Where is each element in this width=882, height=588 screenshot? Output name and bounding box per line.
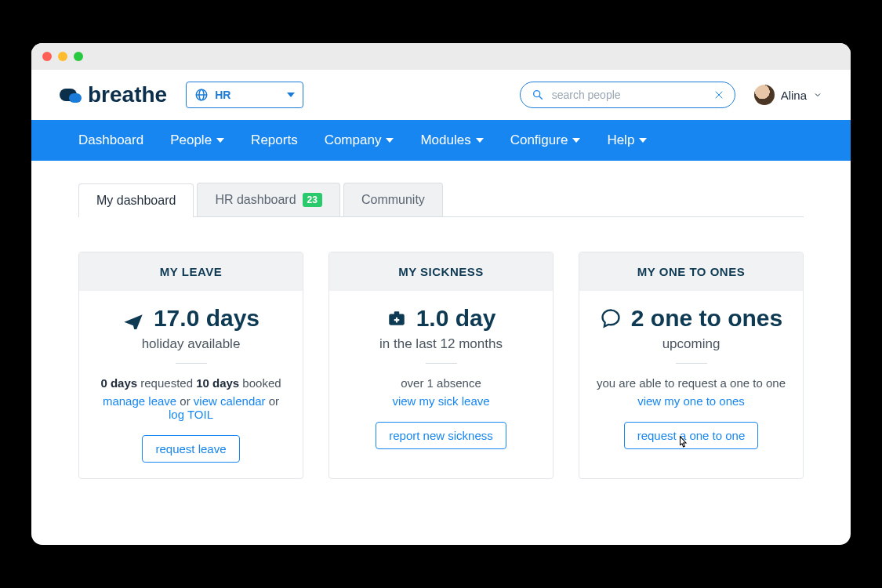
svg-point-3: [533, 91, 539, 97]
nav-item-label: Help: [607, 132, 634, 148]
nav-item-dashboard[interactable]: Dashboard: [78, 132, 143, 148]
hr-globe-icon: [194, 88, 209, 102]
chevron-down-icon: [476, 138, 484, 143]
window-close-icon[interactable]: [42, 52, 52, 61]
card-subtitle: holiday available: [93, 336, 289, 352]
medkit-icon: [387, 308, 407, 328]
tab-label: My dashboard: [96, 194, 176, 208]
cloud-icon: [60, 85, 83, 104]
link-view-sick-leave[interactable]: view my sick leave: [392, 394, 489, 408]
nav-item-people[interactable]: People: [170, 132, 224, 148]
chevron-down-icon: [813, 90, 822, 100]
card-text: over 1 absence: [343, 375, 539, 393]
avatar: [754, 85, 775, 105]
cursor-icon: [674, 434, 690, 452]
chevron-down-icon: [386, 138, 394, 143]
card-my-leave: MY LEAVE 17.0 days holiday available 0 d…: [78, 252, 303, 479]
card-title: MY SICKNESS: [329, 252, 553, 291]
tab-label: HR dashboard: [215, 193, 296, 207]
card-my-sickness: MY SICKNESS 1.0 day in the last 12 month…: [328, 252, 554, 479]
stat-value: 2 one to ones: [631, 305, 782, 332]
chevron-down-icon: [639, 138, 647, 143]
link-view-calendar[interactable]: view calendar: [194, 394, 266, 408]
nav-item-reports[interactable]: Reports: [251, 132, 298, 148]
tab-label: Community: [361, 193, 425, 207]
topbar: breathe HR Alina: [31, 70, 851, 120]
nav-item-label: Company: [325, 132, 382, 148]
plane-icon: [122, 307, 144, 329]
nav-item-label: Modules: [420, 132, 470, 148]
stat-value: 17.0 days: [154, 305, 260, 332]
app-window: breathe HR Alina DashboardPeopleReportsC…: [31, 43, 851, 545]
search-icon: [532, 89, 544, 101]
link-view-one-to-ones[interactable]: view my one to ones: [637, 394, 745, 408]
card-text: you are able to request a one to one: [593, 375, 789, 393]
card-subtitle: in the last 12 months: [343, 336, 539, 352]
link-manage-leave[interactable]: manage leave: [103, 394, 176, 408]
module-selector[interactable]: HR: [186, 82, 303, 108]
tab-community[interactable]: Community: [343, 183, 443, 216]
card-my-one-to-ones: MY ONE TO ONES 2 one to ones upcoming yo…: [579, 252, 804, 479]
svg-rect-8: [394, 311, 399, 314]
content: My dashboard HR dashboard 23 Community M…: [31, 161, 851, 545]
nav-item-modules[interactable]: Modules: [420, 132, 483, 148]
card-links: manage leave or view calendar or log TOI…: [93, 394, 289, 421]
nav-item-label: Reports: [251, 132, 298, 148]
logo[interactable]: breathe: [60, 82, 167, 107]
logo-text: breathe: [88, 82, 167, 107]
nav-item-help[interactable]: Help: [607, 132, 647, 148]
card-subtitle: upcoming: [593, 336, 789, 352]
chevron-down-icon: [216, 138, 224, 143]
svg-line-4: [539, 96, 542, 99]
user-menu[interactable]: Alina: [754, 85, 822, 105]
clear-search-icon[interactable]: [714, 90, 724, 100]
request-leave-button[interactable]: request leave: [142, 435, 239, 463]
search-box[interactable]: [520, 82, 735, 108]
main-nav: DashboardPeopleReportsCompanyModulesConf…: [31, 120, 851, 161]
cards-row: MY LEAVE 17.0 days holiday available 0 d…: [78, 252, 804, 479]
stat-value: 1.0 day: [416, 305, 496, 332]
window-minimize-icon[interactable]: [58, 52, 67, 61]
nav-item-label: Configure: [510, 132, 568, 148]
nav-item-configure[interactable]: Configure: [510, 132, 581, 148]
report-sickness-button[interactable]: report new sickness: [376, 422, 506, 449]
titlebar: [31, 43, 851, 70]
card-title: MY LEAVE: [79, 252, 303, 291]
card-title: MY ONE TO ONES: [579, 252, 803, 291]
speech-bubble-icon: [600, 307, 622, 329]
svg-rect-10: [394, 319, 399, 321]
window-zoom-icon[interactable]: [74, 52, 83, 61]
request-one-to-one-button[interactable]: request a one to one: [624, 422, 759, 449]
user-name: Alina: [781, 89, 807, 102]
chevron-down-icon: [572, 138, 580, 143]
tab-hr-dashboard[interactable]: HR dashboard 23: [197, 183, 340, 216]
chevron-down-icon: [287, 93, 295, 97]
nav-item-company[interactable]: Company: [325, 132, 394, 148]
tab-my-dashboard[interactable]: My dashboard: [78, 183, 194, 217]
badge-count: 23: [303, 193, 322, 207]
module-selector-label: HR: [215, 89, 230, 101]
nav-item-label: Dashboard: [78, 132, 143, 148]
tabs: My dashboard HR dashboard 23 Community: [78, 183, 804, 217]
link-log-toil[interactable]: log TOIL: [169, 408, 213, 421]
search-input[interactable]: [552, 89, 706, 101]
card-text: 0 days requested 10 days booked: [93, 375, 289, 393]
nav-item-label: People: [170, 132, 212, 148]
